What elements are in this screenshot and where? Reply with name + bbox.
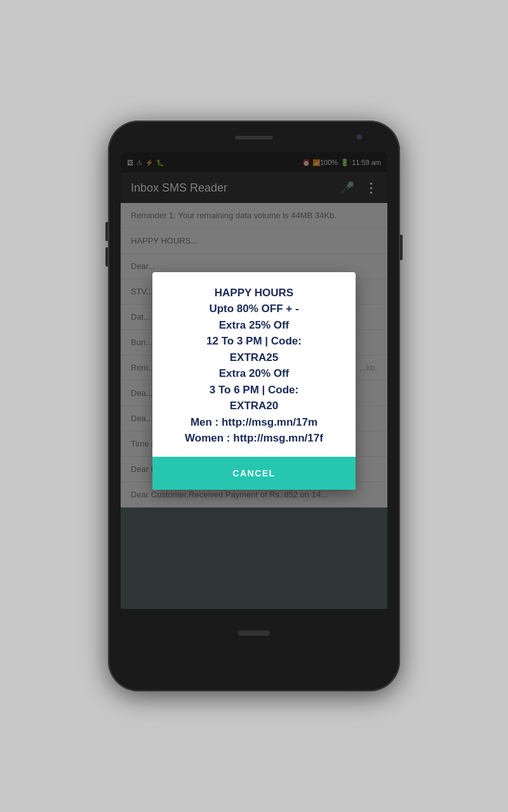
dialog-message: HAPPY HOURS Upto 80% OFF + - Extra 25% O… [163, 285, 345, 447]
dialog-actions: CANCEL [152, 457, 356, 490]
speaker [235, 136, 273, 140]
offer-code2: EXTRA20 [163, 398, 345, 414]
phone-top [108, 128, 400, 147]
women-link: Women : http://msg.mn/17f [163, 430, 345, 447]
home-button[interactable] [238, 631, 270, 636]
cancel-button[interactable]: CANCEL [152, 457, 356, 490]
offer-code1: EXTRA25 [163, 350, 345, 366]
happy-hours-title: HAPPY HOURS [163, 285, 345, 301]
offer-line3: 12 To 3 PM | Code: [163, 333, 345, 350]
power-button[interactable] [400, 235, 403, 260]
volume-up-button[interactable] [105, 222, 108, 241]
sms-detail-dialog: HAPPY HOURS Upto 80% OFF + - Extra 25% O… [152, 272, 356, 490]
men-link: Men : http://msg.mn/17m [163, 414, 345, 431]
dialog-content: HAPPY HOURS Upto 80% OFF + - Extra 25% O… [152, 272, 356, 457]
offer-line2: Extra 25% Off [163, 317, 345, 334]
volume-down-button[interactable] [105, 247, 108, 266]
offer-line4: Extra 20% Off [163, 365, 345, 382]
offer-line5: 3 To 6 PM | Code: [163, 382, 345, 398]
offer-line1: Upto 80% OFF + - [163, 301, 345, 317]
phone-bottom [108, 614, 400, 652]
front-camera [357, 134, 362, 140]
dialog-overlay: HAPPY HOURS Upto 80% OFF + - Extra 25% O… [121, 152, 387, 609]
phone-screen: 🖼 ⚠ ⚡ 🐛 ⏰ 📶 100% 🔋 11:59 am Inbox SMS Re… [121, 152, 387, 609]
phone-device: 🖼 ⚠ ⚡ 🐛 ⏰ 📶 100% 🔋 11:59 am Inbox SMS Re… [108, 121, 400, 691]
